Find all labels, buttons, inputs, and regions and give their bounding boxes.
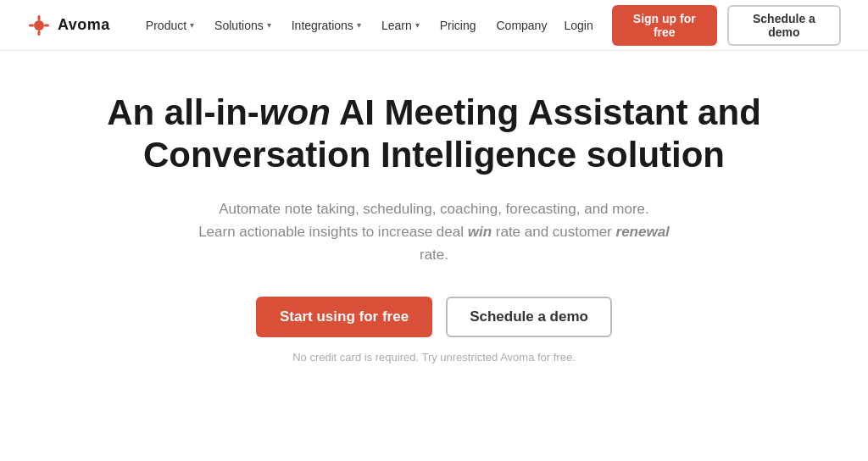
- nav-item-pricing[interactable]: Pricing: [431, 14, 485, 37]
- chevron-down-icon: ▾: [415, 20, 420, 30]
- hero-subtitle: Automate note taking, scheduling, coachi…: [197, 197, 671, 267]
- svg-point-0: [34, 20, 44, 31]
- svg-rect-2: [38, 31, 41, 36]
- logo-text: Avoma: [58, 16, 110, 34]
- nav-item-integrations[interactable]: Integrations ▾: [283, 14, 370, 37]
- logo[interactable]: Avoma: [27, 14, 110, 37]
- hero-section: An all-in-won AI Meeting Assistant andCo…: [0, 51, 868, 391]
- nav-item-company[interactable]: Company: [487, 14, 555, 37]
- no-credit-note: No credit card is required. Try unrestri…: [292, 351, 576, 364]
- start-free-button[interactable]: Start using for free: [256, 297, 432, 337]
- signup-button[interactable]: Sign up for free: [612, 5, 717, 46]
- nav-item-solutions[interactable]: Solutions ▾: [206, 14, 280, 37]
- hero-title: An all-in-won AI Meeting Assistant andCo…: [107, 92, 761, 177]
- schedule-demo-button[interactable]: Schedule a demo: [446, 297, 612, 337]
- avoma-logo-icon: [27, 14, 51, 37]
- nav-links: Product ▾ Solutions ▾ Integrations ▾ Lea…: [137, 14, 556, 37]
- navbar: Avoma Product ▾ Solutions ▾ Integrations…: [0, 0, 868, 51]
- cta-buttons: Start using for free Schedule a demo: [256, 297, 612, 337]
- chevron-down-icon: ▾: [190, 20, 194, 30]
- chevron-down-icon: ▾: [267, 20, 271, 30]
- svg-rect-4: [44, 24, 49, 26]
- schedule-demo-nav-button[interactable]: Schedule a demo: [727, 5, 841, 46]
- svg-rect-1: [38, 15, 41, 20]
- nav-item-learn[interactable]: Learn ▾: [373, 14, 428, 37]
- svg-rect-3: [29, 24, 34, 26]
- nav-actions: Login Sign up for free Schedule a demo: [555, 5, 841, 46]
- chevron-down-icon: ▾: [357, 20, 361, 30]
- login-button[interactable]: Login: [555, 14, 601, 37]
- nav-item-product[interactable]: Product ▾: [137, 14, 203, 37]
